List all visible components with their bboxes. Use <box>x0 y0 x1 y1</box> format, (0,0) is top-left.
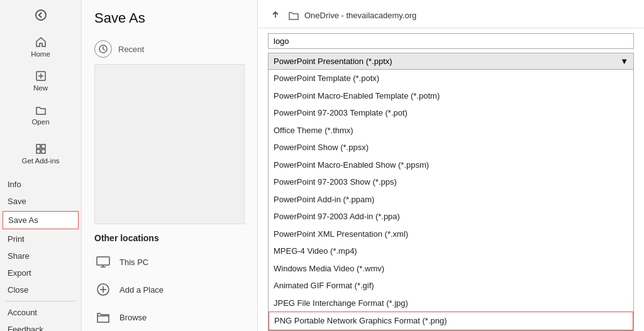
recent-icon <box>94 40 112 58</box>
format-option-xml[interactable]: PowerPoint XML Presentation (*.xml) <box>269 225 633 243</box>
svg-point-0 <box>36 10 46 20</box>
sidebar-item-open[interactable]: Open <box>0 98 81 132</box>
format-selected-label: PowerPoint Presentation (*.pptx) <box>274 57 392 66</box>
format-option-ppam[interactable]: PowerPoint Add-in (*.ppam) <box>269 191 633 209</box>
format-option-jpg[interactable]: JPEG File Interchange Format (*.jpg) <box>269 295 633 312</box>
panel-title: Save As <box>82 0 257 34</box>
chevron-down-icon: ▼ <box>620 57 628 66</box>
format-option-ppa[interactable]: PowerPoint 97-2003 Add-in (*.ppa) <box>269 208 633 225</box>
sidebar-open-label: Open <box>31 118 49 126</box>
sidebar-item-close[interactable]: Close <box>0 281 81 298</box>
sidebar-item-save[interactable]: Save <box>0 193 81 210</box>
sidebar-item-addins[interactable]: Get Add-ins <box>0 137 81 171</box>
sidebar-addins-label: Get Add-ins <box>21 157 59 165</box>
onedrive-folder-icon <box>288 9 299 21</box>
add-place-label: Add a Place <box>119 285 164 295</box>
sidebar-divider-3 <box>5 301 76 301</box>
back-button[interactable] <box>0 0 81 30</box>
sidebar-item-home[interactable]: Home <box>0 30 81 64</box>
sidebar-item-info[interactable]: Info <box>0 176 81 193</box>
this-pc-icon <box>94 253 112 271</box>
svg-rect-5 <box>42 144 45 148</box>
location-this-pc[interactable]: This PC <box>82 248 257 276</box>
format-option-pps[interactable]: PowerPoint 97-2003 Show (*.pps) <box>269 173 633 191</box>
sidebar-home-label: Home <box>31 50 50 58</box>
location-add-place[interactable]: Add a Place <box>82 276 257 303</box>
onedrive-breadcrumb: OneDrive - thevailacademy.org <box>304 11 416 20</box>
filename-input[interactable] <box>268 33 634 49</box>
sidebar-item-save-as[interactable]: Save As <box>3 211 79 229</box>
svg-rect-6 <box>36 149 40 153</box>
add-place-icon <box>94 281 112 298</box>
middle-panel: Save As Recent Other locations This PC <box>82 0 258 331</box>
svg-rect-9 <box>97 257 109 265</box>
format-list[interactable]: PowerPoint Template (*.potx)PowerPoint M… <box>268 70 634 331</box>
format-option-potx[interactable]: PowerPoint Template (*.potx) <box>269 70 633 87</box>
format-option-png[interactable]: PNG Portable Network Graphics Format (*.… <box>269 312 633 330</box>
format-option-pot[interactable]: PowerPoint 97-2003 Template (*.pot) <box>269 104 633 122</box>
format-option-ppsx[interactable]: PowerPoint Show (*.ppsx) <box>269 139 633 156</box>
sidebar-item-share[interactable]: Share <box>0 247 81 264</box>
location-browse[interactable]: Browse <box>82 303 257 331</box>
recent-section: Recent <box>82 34 257 64</box>
sidebar-item-export[interactable]: Export <box>0 264 81 281</box>
recent-content-area <box>94 64 245 224</box>
sidebar-item-feedback[interactable]: Feedback <box>0 321 81 331</box>
sidebar-item-account[interactable]: Account <box>0 304 81 321</box>
format-option-wmv[interactable]: Windows Media Video (*.wmv) <box>269 260 633 278</box>
svg-rect-7 <box>42 149 45 153</box>
browse-label: Browse <box>119 313 147 322</box>
sidebar-item-print[interactable]: Print <box>0 231 81 247</box>
recent-label: Recent <box>118 45 144 54</box>
svg-rect-4 <box>36 144 40 148</box>
sidebar-bottom: Account Feedback <box>0 298 81 331</box>
right-panel: OneDrive - thevailacademy.org PowerPoint… <box>258 0 644 331</box>
format-option-ppsm[interactable]: PowerPoint Macro-Enabled Show (*.ppsm) <box>269 156 633 174</box>
browse-icon <box>94 308 112 326</box>
format-option-thmx[interactable]: Office Theme (*.thmx) <box>269 122 633 139</box>
sidebar-item-new[interactable]: New <box>0 64 81 98</box>
right-header: OneDrive - thevailacademy.org <box>258 0 644 28</box>
sidebar-new-label: New <box>33 84 48 92</box>
format-select-wrapper: PowerPoint Presentation (*.pptx) ▼ <box>268 53 634 70</box>
format-option-mp4[interactable]: MPEG-4 Video (*.mp4) <box>269 242 633 260</box>
format-dropdown[interactable]: PowerPoint Presentation (*.pptx) ▼ <box>268 53 634 70</box>
other-locations-title: Other locations <box>82 224 257 248</box>
this-pc-label: This PC <box>119 258 148 267</box>
format-option-gif[interactable]: Animated GIF Format (*.gif) <box>269 277 633 295</box>
nav-up-button[interactable] <box>268 8 283 23</box>
format-option-potm[interactable]: PowerPoint Macro-Enabled Template (*.pot… <box>269 87 633 105</box>
sidebar: Home New Open Get Add-ins Info Save <box>0 0 82 331</box>
